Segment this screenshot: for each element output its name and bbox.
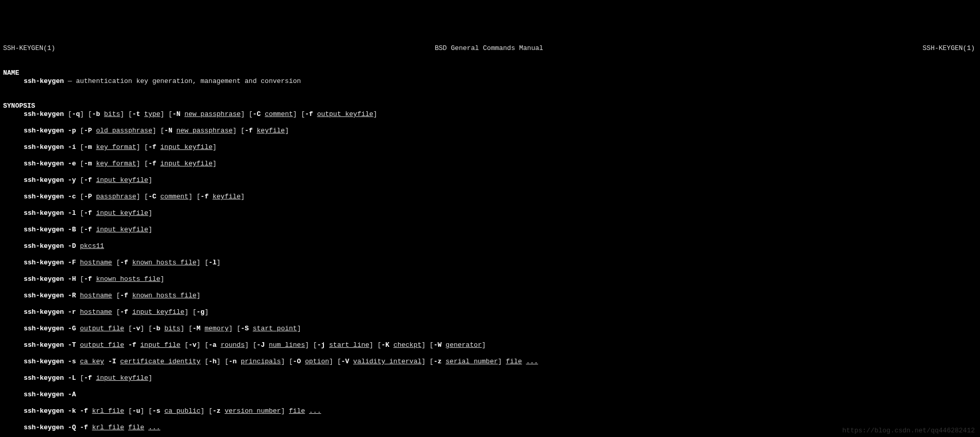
synopsis-line-11: ssh-keygen -H [-f known_hosts_file] — [3, 275, 975, 283]
synopsis-line-9: ssh-keygen -D pkcs11 — [3, 242, 975, 250]
synopsis-line-14: ssh-keygen -G output_file [-v] [-b bits]… — [3, 325, 975, 333]
synopsis-line-1: ssh-keygen [-q] [-b bits] [-t type] [-N … — [3, 110, 975, 119]
synopsis-line-2: ssh-keygen -p [-P old_passphrase] [-N ne… — [3, 127, 975, 135]
synopsis-line-19: ssh-keygen -k -f krl_file [-u] [-s ca_pu… — [3, 407, 975, 415]
synopsis-line-20: ssh-keygen -Q -f krl_file file ... — [3, 424, 975, 432]
section-synopsis: SYNOPSIS — [3, 102, 35, 110]
synopsis-line-4: ssh-keygen -e [-m key_format] [-f input_… — [3, 160, 975, 168]
name-line: ssh-keygen — authentication key generati… — [3, 77, 975, 86]
watermark-text: https://blog.csdn.net/qq446282412 — [843, 427, 975, 435]
synopsis-line-6: ssh-keygen -c [-P passphrase] [-C commen… — [3, 193, 975, 201]
manpage-body: SSH-KEYGEN(1)BSD General Commands Manual… — [0, 33, 980, 437]
synopsis-line-10: ssh-keygen -F hostname [-f known_hosts_f… — [3, 259, 975, 267]
synopsis-line-17: ssh-keygen -L [-f input_keyfile] — [3, 374, 975, 382]
synopsis-line-5: ssh-keygen -y [-f input_keyfile] — [3, 176, 975, 184]
header-right: SSH-KEYGEN(1) — [923, 44, 975, 53]
synopsis-line-12: ssh-keygen -R hostname [-f known_hosts_f… — [3, 292, 975, 300]
synopsis-line-3: ssh-keygen -i [-m key_format] [-f input_… — [3, 143, 975, 152]
synopsis-line-15: ssh-keygen -T output_file -f input_file … — [3, 341, 975, 349]
synopsis-line-7: ssh-keygen -l [-f input_keyfile] — [3, 209, 975, 217]
synopsis-line-16: ssh-keygen -s ca_key -I certificate_iden… — [3, 358, 975, 366]
header-left: SSH-KEYGEN(1) — [3, 44, 55, 53]
header-center: BSD General Commands Manual — [435, 44, 543, 53]
synopsis-line-13: ssh-keygen -r hostname [-f input_keyfile… — [3, 308, 975, 316]
section-name: NAME — [3, 69, 19, 77]
manpage-header: SSH-KEYGEN(1)BSD General Commands Manual… — [3, 44, 975, 53]
synopsis-line-8: ssh-keygen -B [-f input_keyfile] — [3, 226, 975, 234]
synopsis-line-18: ssh-keygen -A — [3, 391, 975, 399]
